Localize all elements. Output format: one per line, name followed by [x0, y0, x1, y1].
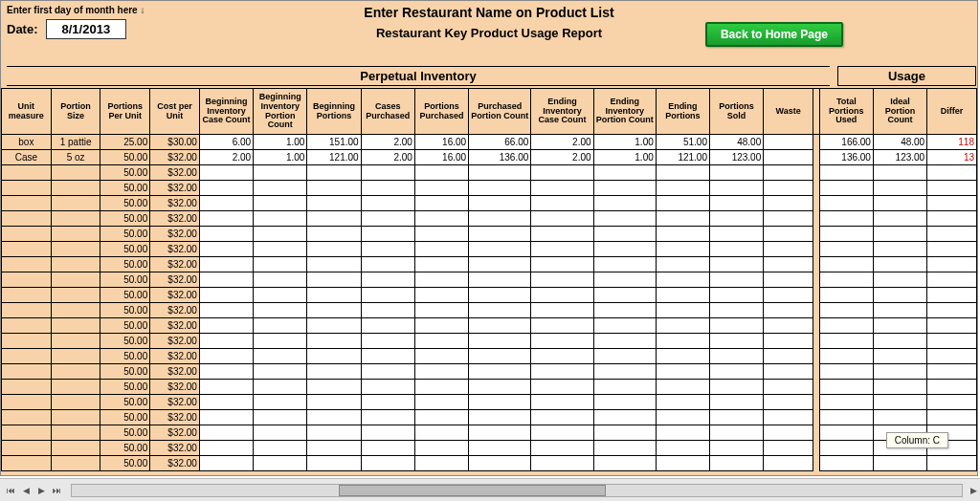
table-cell[interactable] [927, 456, 977, 471]
table-cell[interactable] [531, 349, 593, 364]
table-cell[interactable] [927, 349, 977, 364]
table-cell[interactable] [593, 318, 656, 334]
table-cell[interactable] [469, 211, 531, 227]
table-cell[interactable] [307, 181, 361, 196]
table-cell[interactable] [593, 272, 656, 288]
table-cell[interactable] [51, 211, 100, 227]
table-cell[interactable] [469, 410, 531, 425]
table-cell[interactable] [51, 242, 100, 257]
table-cell[interactable] [593, 211, 656, 227]
table-cell[interactable]: $32.00 [150, 303, 200, 318]
table-cell[interactable] [199, 288, 253, 303]
table-cell[interactable] [199, 425, 253, 441]
table-cell[interactable] [531, 181, 593, 196]
table-cell[interactable]: 1.00 [254, 135, 307, 150]
table-cell[interactable] [414, 288, 468, 303]
table-cell[interactable] [710, 380, 764, 395]
table-cell[interactable] [819, 211, 873, 227]
table-cell[interactable]: 6.00 [199, 135, 253, 150]
table-cell[interactable]: 1.00 [254, 150, 307, 165]
table-cell[interactable] [307, 165, 361, 181]
table-cell[interactable] [469, 196, 531, 211]
table-cell[interactable] [51, 181, 100, 196]
table-cell[interactable] [2, 288, 52, 303]
table-cell[interactable] [414, 380, 468, 395]
column-header[interactable]: Portions Per Unit [100, 89, 150, 135]
table-cell[interactable]: 136.00 [469, 150, 531, 165]
table-cell[interactable] [531, 395, 593, 410]
table-cell[interactable]: 50.00 [100, 288, 150, 303]
table-cell[interactable] [927, 196, 977, 211]
table-cell[interactable] [873, 257, 926, 272]
table-cell[interactable] [819, 425, 873, 441]
table-cell[interactable] [51, 410, 100, 425]
table-cell[interactable] [656, 456, 709, 471]
table-cell[interactable] [2, 364, 52, 380]
table-cell[interactable] [307, 410, 361, 425]
table-cell[interactable] [199, 242, 253, 257]
table-cell[interactable]: 66.00 [469, 135, 531, 150]
table-cell[interactable] [593, 441, 656, 456]
table-cell[interactable] [51, 349, 100, 364]
table-cell[interactable] [254, 334, 307, 349]
table-cell[interactable] [764, 441, 813, 456]
table-cell[interactable] [656, 211, 709, 227]
prev-sheet-icon[interactable]: ◀ [19, 484, 33, 497]
table-cell[interactable]: 2.00 [361, 150, 414, 165]
table-cell[interactable] [873, 380, 926, 395]
table-cell[interactable] [710, 318, 764, 334]
table-cell[interactable] [51, 318, 100, 334]
table-cell[interactable]: $32.00 [150, 334, 200, 349]
table-cell[interactable]: $30.00 [150, 135, 200, 150]
table-cell[interactable] [51, 257, 100, 272]
table-cell[interactable] [873, 395, 926, 410]
table-cell[interactable]: 1.00 [593, 135, 656, 150]
table-cell[interactable] [873, 211, 926, 227]
table-cell[interactable] [51, 272, 100, 288]
table-cell[interactable] [873, 288, 926, 303]
table-cell[interactable] [764, 395, 813, 410]
table-cell[interactable] [199, 257, 253, 272]
table-cell[interactable] [307, 380, 361, 395]
table-cell[interactable] [593, 334, 656, 349]
table-cell[interactable] [819, 410, 873, 425]
table-cell[interactable]: 13 [927, 150, 977, 165]
table-cell[interactable]: 50.00 [100, 272, 150, 288]
table-cell[interactable] [307, 257, 361, 272]
table-cell[interactable]: 50.00 [100, 227, 150, 242]
table-cell[interactable]: $32.00 [150, 456, 200, 471]
table-cell[interactable] [51, 380, 100, 395]
table-cell[interactable]: 50.00 [100, 456, 150, 471]
table-cell[interactable]: $32.00 [150, 227, 200, 242]
table-cell[interactable] [873, 334, 926, 349]
table-cell[interactable]: $32.00 [150, 410, 200, 425]
table-cell[interactable] [2, 165, 52, 181]
table-cell[interactable] [531, 242, 593, 257]
table-cell[interactable] [414, 410, 468, 425]
table-cell[interactable] [873, 181, 926, 196]
table-cell[interactable] [819, 456, 873, 471]
column-header[interactable]: Ending Inventory Case Count [531, 89, 593, 135]
table-cell[interactable] [819, 364, 873, 380]
table-cell[interactable] [764, 288, 813, 303]
table-cell[interactable] [199, 334, 253, 349]
table-cell[interactable] [2, 456, 52, 471]
table-cell[interactable] [873, 456, 926, 471]
table-cell[interactable] [307, 211, 361, 227]
table-cell[interactable] [361, 395, 414, 410]
table-cell[interactable] [254, 380, 307, 395]
table-cell[interactable] [254, 242, 307, 257]
table-cell[interactable] [254, 211, 307, 227]
table-cell[interactable]: $32.00 [150, 349, 200, 364]
table-cell[interactable] [873, 227, 926, 242]
table-cell[interactable] [531, 456, 593, 471]
table-cell[interactable]: $32.00 [150, 211, 200, 227]
table-cell[interactable] [819, 303, 873, 318]
table-cell[interactable]: $32.00 [150, 380, 200, 395]
table-cell[interactable] [2, 380, 52, 395]
table-cell[interactable] [414, 456, 468, 471]
table-cell[interactable] [710, 456, 764, 471]
table-cell[interactable]: 16.00 [414, 135, 468, 150]
table-cell[interactable] [254, 441, 307, 456]
table-cell[interactable] [819, 272, 873, 288]
